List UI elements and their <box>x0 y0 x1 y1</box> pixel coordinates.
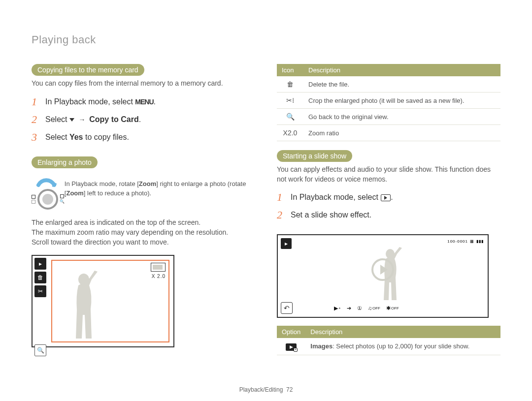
trash-icon: 🗑 <box>34 272 46 283</box>
page-title: Playing back <box>32 33 500 46</box>
enlarge-para: The enlarged area is indicated on the to… <box>32 217 255 247</box>
step-number: 1 <box>277 191 286 204</box>
back-icon: ↶ <box>281 302 293 314</box>
playback-mode-icon <box>381 194 391 201</box>
step3-bold: Yes <box>69 133 83 141</box>
trash-icon: 🗑 <box>287 80 294 88</box>
step3-pre: Select <box>45 133 69 141</box>
th-desc: Description <box>305 326 500 338</box>
table-row: ✂⁞ Crop the enlarged photo (it will be s… <box>277 93 500 109</box>
th-desc: Description <box>303 64 500 76</box>
step-number: 1 <box>32 95 40 108</box>
copy-intro: You can copy files from the internal mem… <box>32 79 255 89</box>
slideshow-intro: You can apply effects and audio to your … <box>277 165 500 184</box>
chevron-down-icon <box>69 118 74 122</box>
step1-text: In Playback mode, select <box>45 97 135 106</box>
magnify-indicator-icon: 🔍 <box>60 199 65 204</box>
zoomratio-label: X2.0 <box>277 125 303 141</box>
magnify-icon: 🔍 <box>286 113 295 121</box>
wide-indicator-icon <box>32 200 35 204</box>
desc-crop: Crop the enlarged photo (it will be save… <box>303 93 500 109</box>
table-row: 🔍 Go back to the original view. <box>277 109 500 125</box>
desc-images-option: Images: Select photos (up to 2,000) for … <box>305 338 500 355</box>
enlarged-screenshot: ▸ 🗑 ✂ 🔍 X 2.0 <box>32 255 174 347</box>
zoom-navigator <box>151 263 166 272</box>
tele-indicator-icon <box>60 194 64 198</box>
page-footer: Playback/Editing 72 <box>0 386 532 393</box>
playback-icon: ▸ <box>281 238 292 249</box>
magnify-icon: 🔍 <box>34 344 46 356</box>
th-icon: Icon <box>277 64 303 76</box>
file-counter: 100-0001 <box>447 239 468 244</box>
photo-silhouette <box>62 271 101 339</box>
interval-option-icon: ① <box>357 305 362 311</box>
icon-description-table: Icon Description 🗑 Delete the file. ✂⁞ C… <box>277 64 500 141</box>
desc-trash: Delete the file. <box>303 76 500 93</box>
step2-bold: Copy to Card <box>89 115 138 123</box>
transition-option-icon: ➔ <box>347 305 351 311</box>
zoom-dial-icon: 🔍 <box>32 179 57 210</box>
slideshow-screenshot: ▸ 100-0001 ▦ ▮▮▮ ↶ ▶+ ➔ ① <box>277 234 489 318</box>
section-slideshow-title: Starting a slide show <box>277 150 352 162</box>
callout-zoom: Zoom <box>139 180 156 187</box>
crop-icon: ✂⁞ <box>286 96 294 104</box>
step-number: 2 <box>32 113 40 126</box>
callout-zoom2: Zoom <box>66 189 83 197</box>
table-row: 🗑 Delete the file. <box>277 76 500 93</box>
images-option-icon: ▶+ <box>286 343 297 351</box>
callout-a: In Playback mode, rotate [ <box>65 180 139 187</box>
effect-option-icon: ✱OFF <box>386 305 399 311</box>
storage-icon: ▦ <box>470 239 474 244</box>
th-option: Option <box>277 326 305 338</box>
play-icon <box>371 258 394 281</box>
table-row: X2.0 Zoom ratio <box>277 125 500 141</box>
step3-post: to copy files. <box>85 133 129 141</box>
callout-c: ] left to reduce a photo). <box>84 189 151 197</box>
crop-icon: ✂ <box>34 285 46 297</box>
slide-step1-pre: In Playback mode, select <box>291 193 380 201</box>
music-option-icon: ♫OFF <box>368 305 380 311</box>
zoom-ratio-label: X 2.0 <box>152 274 166 279</box>
slide-step2: Set a slide show effect. <box>291 211 371 219</box>
option-description-table: Option Description ▶+ Images: Select pho… <box>277 326 500 355</box>
section-copy-title: Copying files to the memory card <box>32 64 144 76</box>
menu-icon: MENU <box>135 98 153 106</box>
step-number: 3 <box>32 131 40 144</box>
step2-pre: Select <box>45 115 69 123</box>
images-option-icon: ▶+ <box>334 305 341 311</box>
table-row: ▶+ Images: Select photos (up to 2,000) f… <box>277 338 500 355</box>
wide-indicator-icon <box>32 195 35 199</box>
section-enlarge-title: Enlarging a photo <box>32 156 98 168</box>
step2-arrow: → <box>78 116 87 123</box>
desc-zoomratio: Zoom ratio <box>303 125 500 141</box>
desc-magnify: Go back to the original view. <box>303 109 500 125</box>
battery-icon: ▮▮▮ <box>476 239 484 244</box>
playback-icon: ▸ <box>34 258 46 270</box>
step-number: 2 <box>277 209 286 221</box>
